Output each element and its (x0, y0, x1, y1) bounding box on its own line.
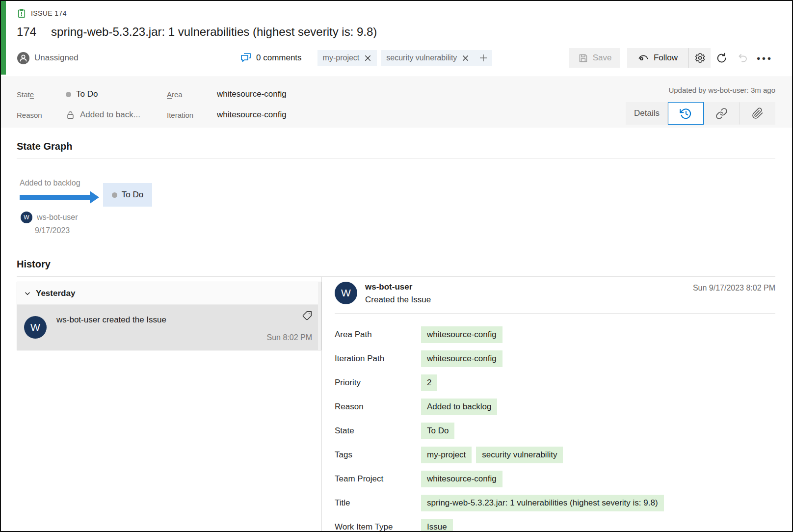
field-value-chip: To Do (421, 423, 454, 439)
follow-button-group: Follow (627, 48, 711, 68)
tag-label: my-project (323, 53, 360, 62)
field-value-chip: whitesource-config (421, 350, 502, 367)
assignee-picker[interactable]: Unassigned (17, 52, 159, 65)
field-values: Added to backlog (421, 399, 497, 415)
field-label: State (335, 423, 421, 436)
transition-date: 9/17/2023 (35, 226, 70, 235)
reason-field-value: Added to back... (66, 110, 167, 120)
state-graph-heading: State Graph (17, 141, 775, 152)
ellipsis-icon: ●●● (757, 54, 773, 62)
history-list: Yesterday W ws-bot-user created the Issu… (17, 282, 321, 350)
tag-chip[interactable]: security vulnerability (381, 50, 475, 66)
field-row: Team Projectwhitesource-config (335, 471, 775, 487)
iteration-field-value[interactable]: whitesource-config (217, 110, 331, 120)
toolbar: Save Follow (569, 48, 775, 68)
history-group-header[interactable]: Yesterday (17, 282, 321, 305)
tab-attachments[interactable] (740, 102, 775, 125)
title-row: 174 spring-web-5.3.23.jar: 1 vulnerabili… (17, 25, 775, 41)
state-field-label: State (17, 90, 66, 99)
area-field-value[interactable]: whitesource-config (217, 89, 331, 99)
comments-button[interactable]: 0 comments (240, 52, 302, 64)
field-values: my-projectsecurity vulnerability (421, 447, 563, 463)
field-values: 2 (421, 374, 437, 391)
field-row: Priority2 (335, 374, 775, 391)
field-label: Tags (335, 447, 421, 460)
field-value-chip: whitesource-config (421, 326, 502, 343)
undo-button[interactable] (732, 48, 754, 68)
work-item-tabstrip: Details (626, 102, 775, 125)
state-node-label: To Do (122, 190, 143, 200)
state-field-value[interactable]: To Do (66, 89, 167, 99)
follow-eye-icon (637, 52, 649, 64)
tab-history[interactable] (668, 102, 704, 125)
avatar: W (335, 282, 357, 304)
paperclip-icon (752, 107, 764, 119)
history-columns: Yesterday W ws-bot-user created the Issu… (17, 277, 775, 532)
issue-type-color-bar (1, 1, 6, 75)
field-row: StateTo Do (335, 423, 775, 439)
history-icon (679, 107, 692, 120)
notification-settings-button[interactable] (688, 48, 711, 68)
detail-timestamp: Sun 9/17/2023 8:02 PM (693, 282, 775, 293)
field-list: Area Pathwhitesource-configIteration Pat… (335, 326, 775, 532)
save-button[interactable]: Save (569, 48, 620, 68)
follow-label: Follow (654, 53, 678, 63)
transition-user: W ws-bot-user (21, 212, 78, 223)
field-values: To Do (421, 423, 454, 439)
remove-tag-icon[interactable] (462, 54, 469, 62)
history-list-item[interactable]: W ws-bot-user created the Issue Sun 8:02… (17, 305, 321, 350)
tab-details[interactable]: Details (626, 102, 668, 125)
field-value-chip: Added to backlog (421, 399, 497, 415)
divider (335, 313, 775, 314)
field-label: Title (335, 495, 421, 508)
field-label: Priority (335, 374, 421, 388)
comments-icon (240, 52, 252, 64)
tab-links[interactable] (704, 102, 740, 125)
field-label: Area Path (335, 326, 421, 340)
field-value-chip: security vulnerability (476, 447, 563, 463)
field-value-chip: my-project (421, 447, 472, 463)
gear-icon (694, 52, 706, 64)
undo-icon (737, 52, 749, 64)
updated-by-text: Updated by ws-bot-user: 3m ago (626, 86, 775, 94)
history-item-time: Sun 8:02 PM (267, 333, 313, 342)
field-label: Iteration Path (335, 350, 421, 364)
history-detail-column: W ws-bot-user Created the Issue Sun 9/17… (322, 277, 775, 532)
follow-button[interactable]: Follow (627, 48, 688, 68)
person-icon (17, 52, 30, 65)
field-values: whitesource-config (421, 350, 502, 367)
avatar: W (24, 316, 47, 339)
tag-label: security vulnerability (386, 53, 457, 62)
assignee-name: Unassigned (34, 53, 79, 63)
field-values: spring-web-5.3.23.jar: 1 vulnerabilities… (421, 495, 664, 511)
issue-type-icon (17, 8, 26, 18)
detail-user-name: ws-bot-user (365, 282, 431, 292)
link-icon (715, 107, 728, 120)
history-item-text: ws-bot-user created the Issue (56, 315, 166, 325)
more-options-button[interactable]: ●●● (754, 48, 775, 68)
state-bar: State To Do Area whitesource-config Reas… (1, 77, 792, 128)
remove-tag-icon[interactable] (364, 54, 371, 62)
tag-icon (302, 311, 312, 321)
field-value-chip: Issue (421, 519, 453, 532)
add-tag-button[interactable] (475, 50, 492, 66)
work-item-id: 174 (17, 25, 36, 39)
transition-user-name: ws-bot-user (37, 213, 78, 222)
state-dot (112, 192, 117, 198)
field-row: Iteration Pathwhitesource-config (335, 350, 775, 367)
field-label: Reason (335, 399, 421, 412)
scrollbar[interactable] (318, 282, 321, 350)
avatar: W (21, 212, 32, 223)
refresh-icon (715, 52, 728, 64)
history-list-column: Yesterday W ws-bot-user created the Issu… (17, 277, 321, 532)
field-label: Work Item Type (335, 519, 421, 532)
work-item-title[interactable]: spring-web-5.3.23.jar: 1 vulnerabilities… (51, 25, 377, 39)
field-row: Work Item TypeIssue (335, 519, 775, 532)
refresh-button[interactable] (711, 48, 732, 68)
work-item-type-row: ISSUE 174 (17, 8, 775, 19)
tag-chip[interactable]: my-project (317, 50, 377, 66)
chevron-down-icon (24, 290, 31, 297)
state-graph: Added to backlog To Do W ws-bot-user 9/1… (17, 169, 775, 245)
field-values: whitesource-config (421, 471, 502, 487)
field-values: Issue (421, 519, 453, 532)
